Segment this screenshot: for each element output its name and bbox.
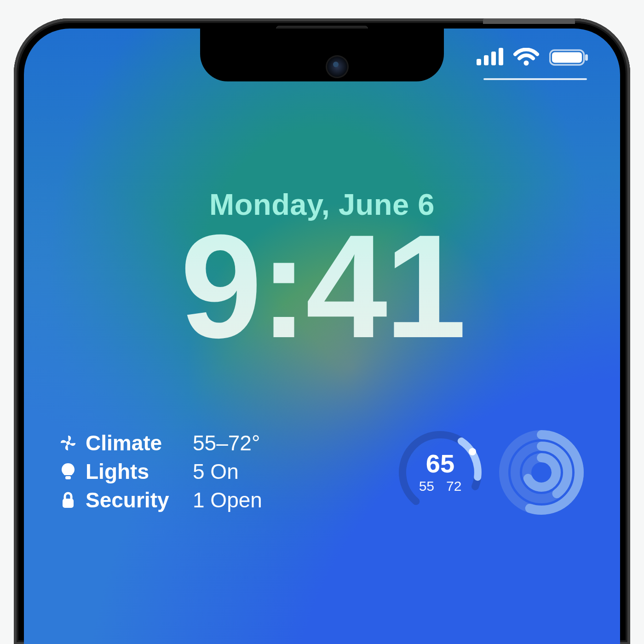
home-row-security[interactable]: Security 1 Open <box>59 486 262 514</box>
activity-rings-widget[interactable] <box>498 429 585 516</box>
fan-icon <box>59 435 77 451</box>
svg-rect-2 <box>491 52 496 65</box>
svg-rect-0 <box>477 59 481 65</box>
lock-icon <box>59 491 77 509</box>
power-button <box>483 18 575 24</box>
home-status-widget[interactable]: Climate 55–72° Lights 5 On <box>59 429 262 514</box>
widgets-row: Climate 55–72° Lights 5 On <box>59 429 585 516</box>
display-notch <box>200 29 444 81</box>
battery-icon <box>549 48 589 66</box>
svg-rect-6 <box>552 52 582 63</box>
thermostat-readout: 65 55 72 <box>397 429 484 516</box>
wifi-icon <box>513 48 539 66</box>
status-underline <box>483 78 587 80</box>
home-row-climate[interactable]: Climate 55–72° <box>59 429 262 457</box>
svg-rect-3 <box>499 48 503 65</box>
svg-rect-9 <box>65 476 71 479</box>
thermostat-widget[interactable]: 65 55 72 <box>397 429 484 516</box>
svg-rect-1 <box>484 55 489 65</box>
svg-rect-7 <box>585 54 588 61</box>
svg-point-4 <box>524 61 529 66</box>
front-camera <box>326 55 349 78</box>
bulb-icon <box>59 463 77 480</box>
thermostat-low: 55 <box>419 478 434 494</box>
home-row-label: Climate <box>86 429 184 457</box>
home-row-value: 1 Open <box>193 486 262 514</box>
phone-frame: Monday, June 6 9:41 Climate <box>14 18 630 644</box>
home-row-value: 5 On <box>193 457 239 486</box>
lock-screen[interactable]: Monday, June 6 9:41 Climate <box>24 29 620 644</box>
cellular-signal-icon <box>477 48 503 66</box>
svg-point-8 <box>66 441 70 445</box>
svg-rect-10 <box>63 499 74 508</box>
thermostat-high: 72 <box>446 478 461 494</box>
thermostat-current: 65 <box>426 451 454 477</box>
lock-time: 9:41 <box>24 213 620 360</box>
home-row-label: Lights <box>86 457 184 486</box>
status-bar <box>477 48 589 66</box>
home-row-label: Security <box>86 486 184 514</box>
home-row-value: 55–72° <box>193 429 260 457</box>
home-row-lights[interactable]: Lights 5 On <box>59 457 262 486</box>
